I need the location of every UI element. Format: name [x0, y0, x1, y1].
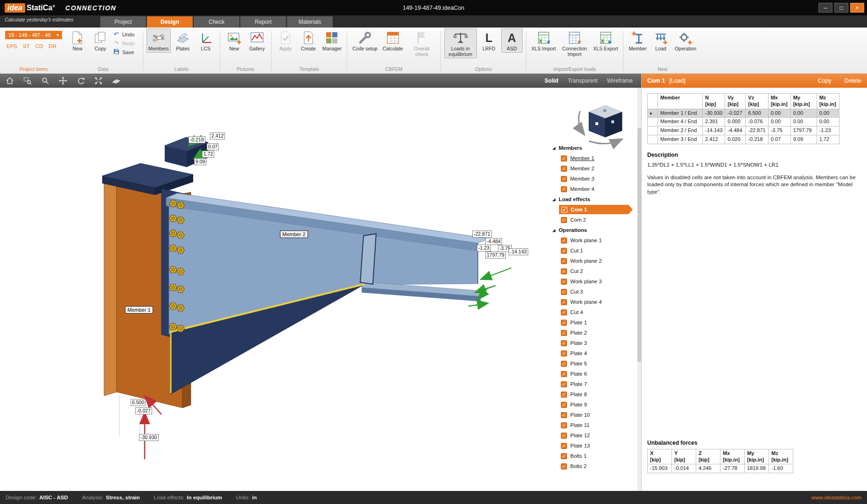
checkbox-icon[interactable]: ✓: [561, 392, 567, 398]
mode-dr[interactable]: DR: [49, 43, 56, 49]
tab-design[interactable]: Design: [147, 16, 193, 28]
new-project-item-button[interactable]: New: [67, 28, 88, 53]
tree-group-load-effects[interactable]: ◢ Load effects: [547, 194, 635, 204]
checkbox-icon[interactable]: ✓: [561, 443, 567, 449]
view-mode-solid[interactable]: Solid: [545, 77, 558, 84]
tree-item-work-plane-2[interactable]: ✓Work plane 2: [547, 256, 635, 266]
tree-item-work-plane-1[interactable]: ✓Work plane 1: [547, 235, 635, 245]
copy-load-button[interactable]: Copy: [818, 77, 832, 84]
checkbox-icon[interactable]: ✓: [561, 217, 567, 223]
tree-item-plate-4[interactable]: ✓Plate 4: [547, 348, 635, 358]
tree-item-plate-6[interactable]: ✓Plate 6: [547, 369, 635, 379]
checkbox-icon[interactable]: ✓: [561, 371, 567, 377]
checkbox-icon[interactable]: ✓: [561, 330, 567, 336]
tree-item-plate-7[interactable]: ✓Plate 7: [547, 379, 635, 389]
table-row[interactable]: Member 2 / End -14.143 -4.484 -22.871 -3…: [648, 126, 839, 135]
scrollbar-thumb[interactable]: [637, 128, 641, 362]
new-load-button[interactable]: Load: [650, 28, 671, 53]
tree-item-member-1[interactable]: ✓ Member 1: [547, 153, 635, 163]
xls-import-button[interactable]: X XLS Import: [530, 28, 558, 53]
tree-item-plate-8[interactable]: ✓Plate 8: [547, 389, 635, 399]
tab-check[interactable]: Check: [194, 16, 239, 28]
tree-item-com-2[interactable]: ✓ Com 2: [547, 215, 635, 225]
tab-report[interactable]: Report: [240, 16, 286, 28]
tree-item-cut-4[interactable]: ✓Cut 4: [547, 307, 635, 317]
checkbox-icon[interactable]: ✓: [561, 309, 567, 315]
tree-item-com-1[interactable]: ✓ Com 1: [547, 204, 635, 215]
checkbox-icon[interactable]: ✓: [561, 248, 567, 254]
rotate-view-icon[interactable]: [76, 76, 86, 85]
checkbox-icon[interactable]: ✓: [561, 207, 567, 213]
new-operation-button[interactable]: Operation: [673, 28, 698, 53]
connection-3d-model[interactable]: [0, 88, 641, 491]
tree-item-plate-1[interactable]: ✓Plate 1: [547, 317, 635, 328]
template-apply-button[interactable]: Apply: [275, 28, 296, 53]
picture-gallery-button[interactable]: Gallery: [246, 28, 268, 53]
minimize-button[interactable]: –: [818, 3, 832, 13]
redo-button[interactable]: ↷ Redo: [112, 40, 140, 47]
picture-new-button[interactable]: New: [224, 28, 245, 53]
tree-item-bolts-1[interactable]: ✓Bolts 1: [547, 451, 635, 461]
checkbox-icon[interactable]: ✓: [561, 155, 567, 161]
fit-view-icon[interactable]: [93, 76, 104, 85]
checkbox-icon[interactable]: ✓: [561, 289, 567, 295]
lrfd-button[interactable]: L LRFD: [478, 28, 500, 53]
tree-scrollbar[interactable]: [637, 88, 641, 491]
tree-item-plate-9[interactable]: ✓Plate 9: [547, 399, 635, 410]
tab-materials[interactable]: Materials: [287, 16, 333, 28]
checkbox-icon[interactable]: ✓: [561, 361, 567, 367]
checkbox-icon[interactable]: ✓: [561, 279, 567, 285]
project-items-dropdown[interactable]: 19 - 149 - 487 - 49 ▾: [5, 31, 62, 39]
template-manager-button[interactable]: Manager: [321, 28, 343, 53]
table-row[interactable]: Member 3 / End 2.412 0.020 -0.218 0.07 9…: [648, 135, 839, 144]
tree-item-work-plane-4[interactable]: ✓Work plane 4: [547, 297, 635, 307]
tree-item-plate-12[interactable]: ✓Plate 12: [547, 430, 635, 441]
view-mode-wireframe[interactable]: Wireframe: [607, 77, 633, 84]
maximize-button[interactable]: □: [834, 3, 848, 13]
checkbox-icon[interactable]: ✓: [561, 412, 567, 418]
copy-project-item-button[interactable]: Copy: [90, 28, 111, 53]
checkbox-icon[interactable]: ✓: [561, 176, 567, 182]
home-view-icon[interactable]: [5, 76, 15, 85]
checkbox-icon[interactable]: ✓: [561, 340, 567, 346]
checkbox-icon[interactable]: ✓: [561, 186, 567, 192]
tree-item-cut-3[interactable]: ✓Cut 3: [547, 287, 635, 297]
checkbox-icon[interactable]: ✓: [561, 433, 567, 439]
tree-group-members[interactable]: ◢ Members: [547, 143, 635, 153]
member-tag[interactable]: Member 1: [125, 306, 153, 314]
checkbox-icon[interactable]: ✓: [561, 258, 567, 264]
tree-item-plate-2[interactable]: ✓Plate 2: [547, 328, 635, 338]
asd-button[interactable]: A ASD: [501, 28, 523, 53]
tree-item-bolts-2[interactable]: ✓Bolts 2: [547, 461, 635, 471]
tree-item-member-2[interactable]: ✓ Member 2: [547, 163, 635, 174]
save-button[interactable]: Save: [112, 49, 140, 56]
undo-button[interactable]: ↶ Undo: [112, 31, 140, 38]
checkbox-icon[interactable]: ✓: [561, 350, 567, 357]
delete-load-button[interactable]: Delete: [845, 77, 861, 84]
tree-item-work-plane-3[interactable]: ✓Work plane 3: [547, 276, 635, 287]
tree-group-operations[interactable]: ◢ Operations: [547, 225, 635, 235]
tree-item-member-4[interactable]: ✓ Member 4: [547, 184, 635, 194]
tree-item-plate-11[interactable]: ✓Plate 11: [547, 420, 635, 430]
tree-item-plate-13[interactable]: ✓Plate 13: [547, 441, 635, 451]
checkbox-icon[interactable]: ✓: [561, 320, 567, 326]
checkbox-icon[interactable]: ✓: [561, 453, 567, 459]
viewport-3d[interactable]: -0.218 2.412 0.07 1.72 9.09 -22.871 -4.4…: [0, 88, 641, 491]
mode-st[interactable]: ST: [23, 43, 30, 49]
tree-item-member-3[interactable]: ✓ Member 3: [547, 174, 635, 184]
table-row[interactable]: Member 4 / End 2.391 0.000 -0.076 0.00 0…: [648, 118, 839, 126]
checkbox-icon[interactable]: ✓: [561, 268, 567, 274]
member-tag[interactable]: Member 2: [280, 231, 308, 238]
tree-item-plate-10[interactable]: ✓Plate 10: [547, 410, 635, 420]
checkbox-icon[interactable]: ✓: [561, 166, 567, 172]
zoom-icon[interactable]: [40, 76, 50, 85]
tree-item-plate-5[interactable]: ✓Plate 5: [547, 358, 635, 369]
new-member-button[interactable]: Member: [627, 28, 649, 53]
row-marker-icon[interactable]: ▸: [648, 109, 658, 118]
tree-item-plate-3[interactable]: ✓Plate 3: [547, 338, 635, 348]
overall-check-button[interactable]: Overall check: [406, 28, 437, 58]
clip-plane-icon[interactable]: [111, 76, 121, 85]
checkbox-icon[interactable]: ✓: [561, 381, 567, 387]
template-create-button[interactable]: Create: [298, 28, 319, 53]
loads-in-equilibrium-button[interactable]: Loads in equilibrium: [444, 28, 477, 58]
